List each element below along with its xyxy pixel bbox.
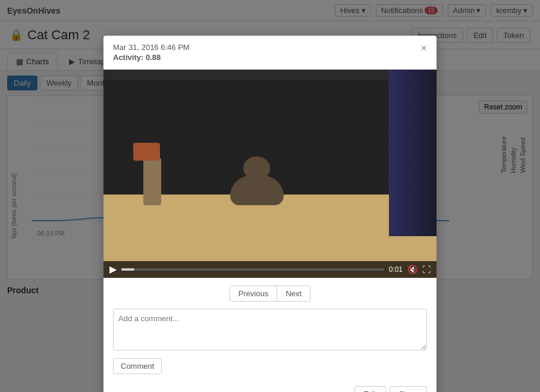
play-button[interactable]: ▶ (109, 265, 117, 274)
curtain-right (389, 70, 437, 236)
video-background (103, 70, 437, 278)
progress-bar[interactable] (121, 268, 384, 271)
progress-fill (121, 268, 134, 271)
scratching-post-top (133, 143, 160, 161)
cat-head (243, 156, 270, 180)
time-display: 0:01 (389, 265, 403, 274)
modal-video: ▶ 0:01 🔇 ⛶ (103, 70, 437, 278)
nav-buttons: Previous Next (113, 286, 427, 301)
next-button[interactable]: Next (277, 286, 310, 301)
scratching-post (143, 158, 161, 205)
modal-activity: Activity: 0.88 (113, 53, 190, 62)
video-controls: ▶ 0:01 🔇 ⛶ (103, 261, 437, 278)
modal-header-info: Mar 31, 2016 6:46 PM Activity: 0.88 (113, 43, 190, 62)
video-frame: ▶ 0:01 🔇 ⛶ (103, 70, 437, 278)
volume-button[interactable]: 🔇 (407, 265, 417, 274)
fullscreen-button[interactable]: ⛶ (422, 265, 431, 274)
modal: Mar 31, 2016 6:46 PM Activity: 0.88 × (103, 36, 437, 301)
modal-header: Mar 31, 2016 6:46 PM Activity: 0.88 × (103, 36, 437, 70)
modal-footer: Previous Next Comment (103, 278, 437, 301)
modal-close-button[interactable]: × (420, 43, 427, 54)
previous-button[interactable]: Previous (230, 286, 278, 301)
modal-date: Mar 31, 2016 6:46 PM (113, 43, 190, 52)
modal-overlay: Mar 31, 2016 6:46 PM Activity: 0.88 × (0, 0, 540, 301)
